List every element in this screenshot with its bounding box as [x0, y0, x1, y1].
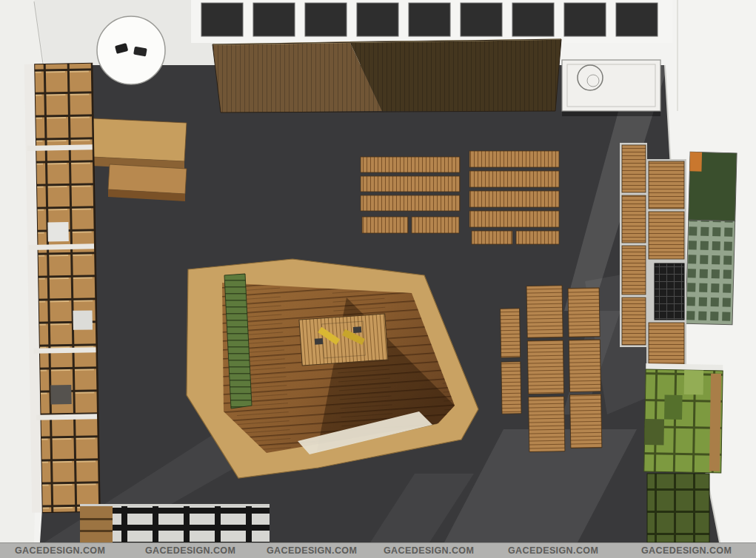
- shelf-cubbies: [35, 63, 101, 512]
- bottom-storage-shelves: [80, 504, 270, 542]
- slat-shelf: [622, 195, 646, 243]
- bench: [501, 309, 521, 357]
- watermark-strip-border: [0, 542, 756, 543]
- bench: [529, 397, 565, 452]
- round-table: [97, 16, 165, 84]
- green-cubby-dark: [644, 419, 664, 445]
- green-lower-unit: [647, 474, 709, 542]
- watermark-text-3: GACEDESIGN.COM: [267, 545, 357, 556]
- wall-poster: [686, 152, 737, 325]
- slat-table: [516, 231, 559, 244]
- bench: [569, 340, 601, 392]
- slat-shelf: [622, 145, 646, 192]
- slat-shelf: [649, 161, 684, 209]
- wood-shelf-line: [80, 518, 113, 520]
- skylight-panel: [512, 3, 554, 36]
- poster-accent: [689, 152, 702, 171]
- bench: [568, 288, 600, 337]
- slat-shelf: [622, 246, 646, 295]
- skylight-panel: [201, 3, 243, 36]
- ceiling-skylight-panels: [201, 3, 658, 36]
- bench: [527, 340, 563, 394]
- watermark-text-4: GACEDESIGN.COM: [384, 545, 474, 556]
- poster-grid: [686, 220, 735, 325]
- wall-shelf-column-2: [646, 159, 686, 366]
- slat-shelf: [649, 323, 684, 364]
- skylight-panel: [357, 3, 398, 36]
- display-item-dark: [315, 338, 324, 345]
- skylight-panel: [461, 3, 502, 36]
- skylight-panel: [305, 3, 347, 36]
- platform-inlay-table: [299, 314, 388, 366]
- slat-table: [362, 217, 408, 233]
- desk-top: [91, 118, 187, 161]
- slat-table: [469, 211, 559, 227]
- green-cubby-light: [684, 370, 704, 394]
- inlay-table-top: [299, 314, 388, 366]
- skylight-panel: [253, 3, 295, 36]
- slat-table: [469, 171, 559, 187]
- interior-render-scene: GACEDESIGN.COM GACEDESIGN.COM GACEDESIGN…: [0, 0, 756, 558]
- wood-canopy-panel: [213, 39, 561, 112]
- green-cubby-shelf: [644, 363, 723, 473]
- empty-cubby: [73, 310, 93, 329]
- shelf-divider: [36, 414, 97, 420]
- bench: [501, 362, 521, 414]
- watermark-text-1: GACEDESIGN.COM: [15, 545, 105, 556]
- slat-shelf: [649, 212, 684, 259]
- watermark-bar: GACEDESIGN.COM GACEDESIGN.COM GACEDESIGN…: [0, 542, 756, 558]
- left-bookshelf-column: [24, 63, 101, 513]
- slat-table: [412, 217, 459, 233]
- empty-cubby: [47, 222, 68, 241]
- shelf-divider: [33, 347, 96, 353]
- ac-unit-box: [562, 60, 660, 116]
- skylight-panel: [616, 3, 658, 36]
- slat-table: [361, 157, 460, 172]
- canopy-slats: [213, 39, 561, 112]
- slat-table: [361, 195, 460, 211]
- desk-lower-top: [108, 164, 187, 194]
- slat-shelf: [622, 298, 646, 345]
- wall-shelf-column-1: [620, 143, 647, 347]
- wood-shelf-line: [80, 530, 113, 532]
- mesh-rack: [655, 263, 684, 320]
- watermark-text-6: GACEDESIGN.COM: [641, 545, 732, 556]
- green-cubby-shelf-lower: [647, 474, 709, 542]
- box-top: [562, 60, 660, 111]
- watermark-text-2: GACEDESIGN.COM: [145, 545, 235, 556]
- wood-side-panel: [709, 374, 721, 471]
- skylight-panel: [409, 3, 450, 36]
- slat-table: [361, 176, 460, 192]
- green-cubby-dark: [664, 395, 683, 420]
- dark-cubby: [50, 385, 71, 404]
- render-canvas: GACEDESIGN.COM GACEDESIGN.COM GACEDESIGN…: [0, 0, 756, 558]
- box-shadow: [562, 111, 660, 116]
- bench: [526, 286, 563, 338]
- bench: [570, 394, 602, 448]
- watermark-text-5: GACEDESIGN.COM: [508, 545, 598, 556]
- slat-table: [469, 191, 559, 207]
- slat-table: [469, 151, 559, 167]
- slat-table: [472, 231, 512, 244]
- round-table-group: [97, 16, 165, 84]
- display-item-dark: [353, 326, 362, 333]
- skylight-panel: [564, 3, 606, 36]
- wood-shelf-block: [80, 506, 113, 542]
